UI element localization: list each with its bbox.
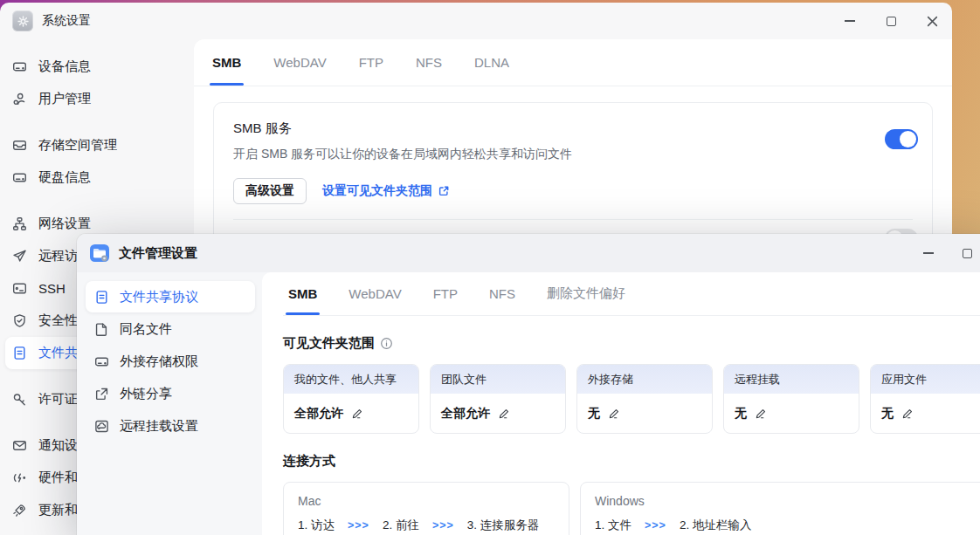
dialog-nav-remote-mount[interactable]: 远程挂载设置 [86,410,255,442]
titlebar: 系统设置 [0,3,952,39]
hardware-power-icon [12,470,27,485]
step: 1. 文件 [595,518,631,533]
step: 2. 前往 [383,518,419,533]
license-key-icon [12,392,27,407]
security-shield-icon [12,313,27,328]
file-manager-app-icon [89,243,110,264]
external-link-icon [438,185,450,197]
disk-info-icon [12,170,27,185]
visible-folder-scope-title: 可见文件夹范围 [283,335,980,352]
scope-card-name: 外接存储 [577,365,712,394]
scope-card-value: 全部允许 [441,406,490,422]
step: 2. 地址栏输入 [680,518,752,533]
sidebar-item-label: 许可证 [38,391,78,408]
remote-mount-icon [94,419,109,434]
edit-icon[interactable] [901,408,914,420]
connection-card-windows: Windows 1. 文件 >>> 2. 地址栏输入 [580,482,980,535]
dialog-nav-label: 文件共享协议 [120,289,198,305]
dialog-content: SMB WebDAV FTP NFS 删除文件偏好 可见文件夹范围 我的文件、他… [262,272,980,535]
scope-card-value: 无 [588,406,600,422]
tab-smb[interactable]: SMB [212,39,241,86]
chevron-separator-icon: >>> [432,519,454,532]
ssh-icon [12,281,27,296]
dialog-tabbar: SMB WebDAV FTP NFS 删除文件偏好 [283,272,980,316]
tab-dlna[interactable]: DLNA [474,39,509,86]
scope-card-name: 远程挂载 [724,365,859,394]
file-management-settings-dialog: 文件管理设置 文件共享协议 同名文件 外接存储权限 外链分享 [77,234,980,535]
dialog-nav-share-protocol[interactable]: 文件共享协议 [86,281,255,312]
dialog-nav-label: 同名文件 [120,321,172,338]
advanced-settings-button[interactable]: 高级设置 [233,178,307,204]
dialog-nav-link-share[interactable]: 外链分享 [86,378,255,409]
scope-card-value: 无 [881,406,894,422]
link-share-icon [94,387,109,401]
connection-method-title: 连接方式 [283,453,980,470]
scope-card-my-files: 我的文件、他人共享 全部允许 [283,364,419,434]
scope-card-row: 我的文件、他人共享 全部允许 团队文件 全部允许 外接存储 [283,364,980,434]
device-info-icon [12,59,27,74]
network-settings-icon [12,216,27,231]
dialog-titlebar: 文件管理设置 [77,234,980,272]
dialog-minimize-icon[interactable] [922,247,935,259]
sidebar-item-label: 设备信息 [38,58,91,75]
sidebar-item-label: 存储空间管理 [38,137,117,154]
edit-icon[interactable] [351,408,363,420]
external-storage-icon [94,354,109,369]
dialog-nav-label: 外链分享 [120,386,172,402]
set-visible-folder-scope-link[interactable]: 设置可见文件夹范围 [322,183,450,199]
user-management-icon [12,92,27,106]
dialog-tab-webdav[interactable]: WebDAV [349,272,401,315]
sidebar-item-label: 用户管理 [38,91,91,107]
scope-card-value: 全部允许 [294,406,343,422]
dialog-sidebar: 文件共享协议 同名文件 外接存储权限 外链分享 远程挂载设置 [77,272,262,535]
scope-card-name: 团队文件 [431,365,565,394]
notification-mail-icon [12,438,27,453]
sidebar-item-label: 安全性 [38,312,78,329]
scope-card-external-storage: 外接存储 无 [576,364,713,434]
sidebar-item-user-management[interactable]: 用户管理 [5,83,180,115]
maximize-icon[interactable] [885,15,897,27]
tab-nfs[interactable]: NFS [416,39,442,86]
dialog-tab-ftp[interactable]: FTP [433,272,458,315]
remote-access-icon [12,249,27,264]
tab-webdav[interactable]: WebDAV [273,39,326,86]
dialog-tab-smb[interactable]: SMB [288,272,317,315]
sidebar-item-storage-space[interactable]: 存储空间管理 [5,129,180,161]
dialog-nav-same-name-file[interactable]: 同名文件 [86,313,255,345]
smb-service-title: SMB 服务 [233,120,913,137]
dialog-tab-delete-preference[interactable]: 删除文件偏好 [547,272,625,315]
edit-icon[interactable] [608,408,620,420]
tab-ftp[interactable]: FTP [359,39,383,86]
edit-icon[interactable] [755,408,767,420]
scope-card-name: 我的文件、他人共享 [284,365,418,394]
edit-icon[interactable] [498,408,510,420]
scope-card-app-files: 应用文件 无 [870,364,980,434]
close-icon[interactable] [926,15,938,27]
step: 1. 访达 [298,518,335,533]
update-rocket-icon [12,503,27,518]
sidebar-item-label: 硬盘信息 [38,169,91,186]
sidebar-item-disk-info[interactable]: 硬盘信息 [5,161,180,194]
scope-card-value: 无 [735,406,747,422]
os-name: Mac [298,494,555,508]
dialog-maximize-icon[interactable] [961,247,973,259]
file-sharing-icon [12,346,27,360]
dialog-nav-external-storage-perms[interactable]: 外接存储权限 [86,346,255,377]
sidebar-item-device-info[interactable]: 设备信息 [5,51,180,83]
smb-service-description: 开启 SMB 服务可以让你的设备在局域网内轻松共享和访问文件 [233,147,913,162]
minimize-icon[interactable] [844,15,856,27]
dialog-nav-label: 远程挂载设置 [120,418,198,435]
window-title: 系统设置 [42,13,91,29]
chevron-separator-icon: >>> [348,519,369,532]
scope-card-team-files: 团队文件 全部允许 [430,364,566,434]
sidebar-item-label: 网络设置 [38,216,91,232]
dialog-tab-nfs[interactable]: NFS [489,272,515,315]
smb-service-toggle[interactable] [885,129,918,149]
os-name: Windows [595,494,980,508]
sidebar-item-label: SSH [38,281,66,296]
dialog-title: 文件管理设置 [119,245,197,262]
scope-card-remote-mount: 远程挂载 无 [723,364,859,434]
info-icon[interactable] [380,337,393,350]
same-name-file-icon [94,322,109,337]
connection-card-mac: Mac 1. 访达 >>> 2. 前往 >>> 3. 连接服务器 [283,482,569,535]
